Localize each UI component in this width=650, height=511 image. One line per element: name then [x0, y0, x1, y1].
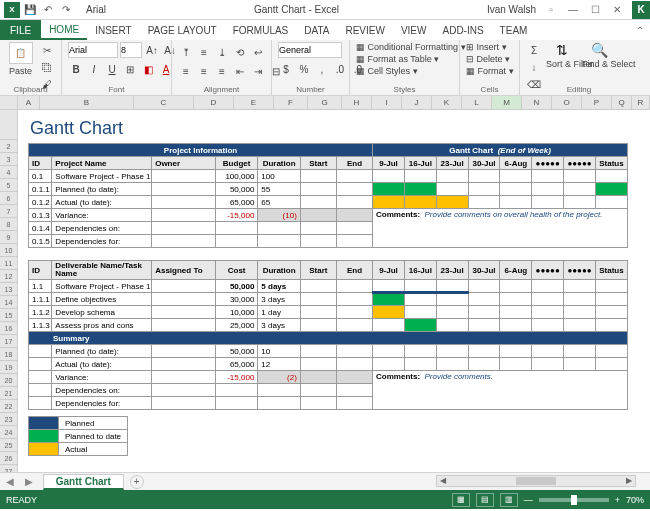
number-format-select[interactable]	[278, 42, 342, 58]
row-header[interactable]: 2	[0, 140, 17, 153]
row-header[interactable]: 8	[0, 218, 17, 231]
col-header[interactable]: P	[582, 96, 612, 109]
orientation-icon[interactable]: ⟲	[232, 44, 248, 60]
align-middle-icon[interactable]: ≡	[196, 44, 212, 60]
align-right-icon[interactable]: ≡	[214, 63, 230, 79]
row-header[interactable]: 17	[0, 335, 17, 348]
align-left-icon[interactable]: ≡	[178, 63, 194, 79]
delete-cells-button[interactable]: ⊟ Delete ▾	[466, 54, 510, 64]
col-header[interactable]: R	[632, 96, 650, 109]
row-header[interactable]: 7	[0, 205, 17, 218]
zoom-level[interactable]: 70%	[626, 495, 644, 505]
row-header[interactable]: 27	[0, 465, 17, 472]
increase-decimal-icon[interactable]: .0	[332, 61, 348, 77]
row-header[interactable]: 21	[0, 387, 17, 400]
cell-styles-button[interactable]: ▦ Cell Styles ▾	[356, 66, 418, 76]
zoom-out-button[interactable]: —	[524, 495, 533, 505]
sheet-nav-arrows[interactable]: ◀ ▶	[0, 476, 43, 487]
row-header[interactable]: 16	[0, 322, 17, 335]
font-name-input[interactable]	[68, 42, 118, 58]
tab-file[interactable]: FILE	[0, 20, 41, 40]
fill-icon[interactable]: ↓	[526, 59, 542, 75]
ribbon-options-icon[interactable]: ▫	[540, 0, 562, 20]
col-header[interactable]: G	[308, 96, 342, 109]
autosum-icon[interactable]: Σ	[526, 42, 542, 58]
row-header[interactable]: 22	[0, 400, 17, 413]
border-icon[interactable]: ⊞	[122, 61, 138, 77]
tab-addins[interactable]: ADD-INS	[434, 20, 491, 40]
find-select-icon[interactable]: 🔍	[591, 42, 608, 58]
col-header[interactable]: K	[432, 96, 462, 109]
tab-home[interactable]: HOME	[41, 20, 87, 40]
tab-page-layout[interactable]: PAGE LAYOUT	[140, 20, 225, 40]
row-header[interactable]: 26	[0, 452, 17, 465]
zoom-in-button[interactable]: +	[615, 495, 620, 505]
row-header[interactable]: 25	[0, 439, 17, 452]
collapse-ribbon-icon[interactable]: ⌃	[630, 20, 650, 40]
italic-button[interactable]: I	[86, 61, 102, 77]
underline-button[interactable]: U	[104, 61, 120, 77]
col-header[interactable]: F	[274, 96, 308, 109]
tab-view[interactable]: VIEW	[393, 20, 435, 40]
tab-formulas[interactable]: FORMULAS	[225, 20, 297, 40]
row-header[interactable]: 4	[0, 166, 17, 179]
worksheet[interactable]: for(let i=2;i<=28;i++)document.write('<d…	[0, 110, 650, 472]
tab-insert[interactable]: INSERT	[87, 20, 140, 40]
decrease-indent-icon[interactable]: ⇤	[232, 63, 248, 79]
help-icon[interactable]: K	[632, 1, 650, 19]
sort-filter-icon[interactable]: ⇅	[556, 42, 568, 58]
row-header[interactable]: 23	[0, 413, 17, 426]
row-header[interactable]: 15	[0, 309, 17, 322]
save-icon[interactable]: 💾	[22, 2, 38, 18]
col-header[interactable]: I	[372, 96, 402, 109]
col-header[interactable]: N	[522, 96, 552, 109]
horizontal-scrollbar[interactable]: ◀▶	[436, 475, 636, 487]
bold-button[interactable]: B	[68, 61, 84, 77]
align-bottom-icon[interactable]: ⤓	[214, 44, 230, 60]
row-header[interactable]: 12	[0, 270, 17, 283]
cut-icon[interactable]: ✂	[39, 42, 55, 58]
gantt-table[interactable]: Project Information Gantt Chart (End of …	[28, 143, 628, 410]
close-icon[interactable]: ✕	[606, 0, 628, 20]
col-header[interactable]: L	[462, 96, 492, 109]
redo-icon[interactable]: ↷	[58, 2, 74, 18]
currency-icon[interactable]: $	[278, 61, 294, 77]
row-header[interactable]: 10	[0, 244, 17, 257]
row-header[interactable]: 3	[0, 153, 17, 166]
font-size-input[interactable]	[120, 42, 142, 58]
minimize-icon[interactable]: —	[562, 0, 584, 20]
row-header[interactable]: 11	[0, 257, 17, 270]
col-header[interactable]: Q	[612, 96, 632, 109]
tab-data[interactable]: DATA	[296, 20, 337, 40]
align-top-icon[interactable]: ⤒	[178, 44, 194, 60]
row-header[interactable]: 13	[0, 283, 17, 296]
fill-color-icon[interactable]: ◧	[140, 61, 156, 77]
sheet-tab[interactable]: Gantt Chart	[43, 474, 124, 490]
align-center-icon[interactable]: ≡	[196, 63, 212, 79]
zoom-slider[interactable]	[539, 498, 609, 502]
add-sheet-button[interactable]: +	[130, 475, 144, 489]
maximize-icon[interactable]: ☐	[584, 0, 606, 20]
copy-icon[interactable]: ⿻	[39, 59, 55, 75]
tab-team[interactable]: TEAM	[492, 20, 536, 40]
conditional-formatting-button[interactable]: ▦ Conditional Formatting ▾	[356, 42, 466, 52]
row-header[interactable]: 5	[0, 179, 17, 192]
row-header[interactable]: 20	[0, 374, 17, 387]
col-header[interactable]: M	[492, 96, 522, 109]
percent-icon[interactable]: %	[296, 61, 312, 77]
col-header[interactable]: C	[134, 96, 194, 109]
row-header[interactable]: 9	[0, 231, 17, 244]
format-cells-button[interactable]: ▦ Format ▾	[466, 66, 514, 76]
tab-review[interactable]: REVIEW	[337, 20, 392, 40]
col-header[interactable]: D	[194, 96, 234, 109]
row-header[interactable]: 14	[0, 296, 17, 309]
col-header[interactable]: O	[552, 96, 582, 109]
page-layout-view-icon[interactable]: ▤	[476, 493, 494, 507]
row-header[interactable]: 24	[0, 426, 17, 439]
increase-font-icon[interactable]: A↑	[144, 42, 160, 58]
col-header[interactable]: B	[40, 96, 134, 109]
page-break-view-icon[interactable]: ▥	[500, 493, 518, 507]
format-as-table-button[interactable]: ▦ Format as Table ▾	[356, 54, 439, 64]
row-header[interactable]: 18	[0, 348, 17, 361]
row-header[interactable]: 19	[0, 361, 17, 374]
